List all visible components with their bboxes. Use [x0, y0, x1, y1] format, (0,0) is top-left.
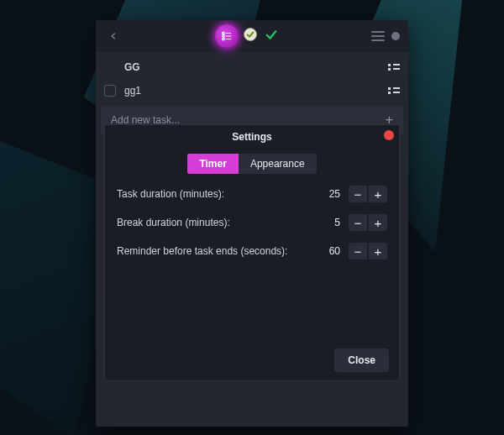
reminder-value: 60 — [315, 245, 340, 257]
status-dot-icon[interactable] — [391, 32, 400, 40]
svg-rect-2 — [223, 35, 224, 37]
break-duration-minus-button[interactable]: − — [349, 214, 367, 231]
modal-header: Settings — [105, 125, 399, 149]
modal-footer: Close — [105, 340, 399, 380]
tab-appearance[interactable]: Appearance — [239, 154, 317, 174]
task-duration-row: Task duration (minutes): 25 − + — [117, 186, 387, 202]
close-button[interactable]: Close — [334, 349, 389, 372]
break-duration-label: Break duration (minutes): — [117, 217, 315, 228]
modal-close-button[interactable] — [384, 130, 394, 140]
reminder-label: Reminder before task ends (seconds): — [117, 245, 315, 257]
break-duration-plus-button[interactable]: + — [369, 214, 387, 231]
task-duration-stepper: − + — [349, 186, 387, 202]
checkmark-icon — [264, 27, 279, 46]
task-group-row[interactable]: GG — [96, 55, 408, 79]
task-duration-plus-button[interactable]: + — [369, 186, 387, 202]
titlebar — [96, 20, 408, 52]
reminder-row: Reminder before task ends (seconds): 60 … — [117, 243, 387, 259]
task-label: gg1 — [124, 85, 388, 97]
list-view-icon[interactable] — [388, 64, 400, 71]
tab-bar: Timer Appearance — [105, 154, 399, 174]
title-center — [123, 24, 371, 48]
task-list: GG gg1 — [96, 52, 408, 106]
list-view-icon[interactable] — [388, 87, 400, 94]
settings-modal: Settings Timer Appearance Task duration … — [104, 124, 400, 381]
app-logo-icon — [215, 24, 239, 48]
task-group-label: GG — [124, 61, 388, 73]
break-duration-value: 5 — [315, 217, 340, 228]
svg-rect-4 — [223, 38, 224, 39]
task-checkbox[interactable] — [104, 85, 116, 97]
reminder-minus-button[interactable]: − — [349, 243, 367, 259]
break-duration-row: Break duration (minutes): 5 − + — [117, 214, 387, 231]
reminder-plus-button[interactable]: + — [369, 243, 387, 259]
tab-timer[interactable]: Timer — [187, 154, 238, 174]
modal-title: Settings — [232, 131, 271, 143]
break-duration-stepper: − + — [349, 214, 387, 231]
menu-icon[interactable] — [371, 31, 385, 41]
task-duration-minus-button[interactable]: − — [349, 186, 367, 202]
back-button[interactable] — [104, 27, 123, 45]
task-duration-label: Task duration (minutes): — [117, 188, 315, 200]
check-badge-icon — [242, 26, 259, 47]
task-duration-value: 25 — [315, 188, 340, 200]
task-row[interactable]: gg1 — [96, 79, 408, 102]
settings-form: Task duration (minutes): 25 − + Break du… — [105, 186, 399, 259]
app-window: GG gg1 Settings Timer Appearance Task du… — [96, 20, 408, 427]
svg-rect-0 — [223, 32, 224, 34]
reminder-stepper: − + — [349, 243, 387, 259]
